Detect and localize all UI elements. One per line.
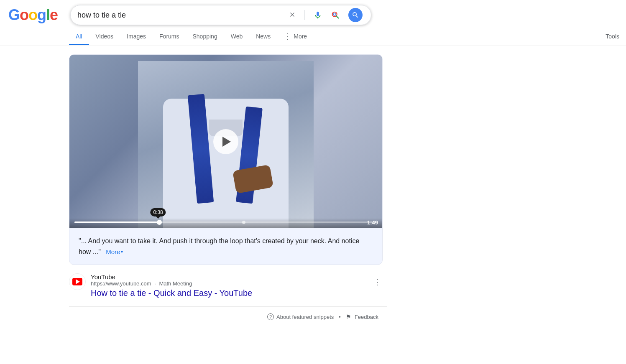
video-container[interactable]: 0:38 1:49: [69, 55, 382, 228]
timestamp-text: 0:38: [153, 209, 163, 215]
logo-letter-o1: o: [20, 6, 28, 24]
source-url-link[interactable]: https://www.youtube.com: [91, 280, 151, 287]
nav-item-more[interactable]: ⋮ More: [277, 28, 314, 46]
feedback-link[interactable]: Feedback: [355, 314, 378, 320]
youtube-logo: [69, 273, 86, 290]
source-name: YouTube: [91, 273, 367, 280]
search-btn-bg: [348, 8, 363, 22]
mic-icon: [313, 10, 322, 20]
timestamp-bubble: 0:38: [150, 208, 166, 216]
video-controls: 0:38 1:49: [69, 218, 382, 228]
progress-bar[interactable]: 0:38: [74, 221, 377, 223]
play-icon: [222, 137, 231, 147]
source-url: https://www.youtube.com · Math Meeting: [91, 280, 367, 287]
progress-chapter-marker: [242, 221, 245, 224]
search-icons: [287, 6, 364, 24]
more-label: More: [106, 247, 120, 257]
search-magnifier-icon: [352, 11, 359, 19]
search-bar-wrapper: [70, 5, 371, 25]
about-snippets-link[interactable]: About featured snippets: [276, 314, 334, 320]
youtube-icon: [72, 278, 82, 285]
play-button[interactable]: [213, 129, 238, 154]
nav-item-news[interactable]: News: [249, 29, 277, 45]
source-channel: Math Meeting: [159, 280, 192, 287]
logo-letter-l: l: [46, 6, 50, 24]
kebab-icon: ⋮: [373, 278, 381, 286]
url-separator: ·: [154, 280, 156, 287]
nav-item-shopping[interactable]: Shopping: [186, 29, 224, 45]
logo-letter-e: e: [50, 6, 58, 24]
progress-thumb: 0:38: [157, 220, 162, 225]
result-title-link[interactable]: How to tie a tie - Quick and Easy - YouT…: [91, 288, 367, 298]
voice-search-button[interactable]: [312, 9, 324, 21]
bottom-bar: ? About featured snippets • ⚑ Feedback: [69, 306, 387, 327]
transcript-box: "... And you want to take it. And push i…: [69, 228, 382, 265]
dot-separator: •: [339, 314, 341, 320]
kebab-menu-button[interactable]: ⋮: [372, 276, 383, 288]
divider: [304, 10, 305, 20]
more-dots-icon: ⋮: [284, 33, 291, 40]
timestamp-arrow: [156, 216, 160, 219]
feedback-icon: ⚑: [346, 313, 351, 320]
youtube-play-icon: [76, 279, 80, 284]
nav-item-all[interactable]: All: [69, 29, 89, 45]
logo-letter-g2: g: [37, 6, 46, 24]
lens-icon: [331, 10, 340, 20]
nav-more-label: More: [294, 33, 307, 40]
clear-button[interactable]: [287, 10, 298, 20]
source-info: YouTube https://www.youtube.com · Math M…: [91, 273, 367, 298]
nav-item-web[interactable]: Web: [224, 29, 250, 45]
featured-snippet-card: 0:38 1:49 "... And you want to take it. …: [69, 54, 383, 265]
logo-letter-g: G: [8, 6, 20, 24]
search-input[interactable]: [77, 11, 287, 20]
source-row: YouTube https://www.youtube.com · Math M…: [69, 273, 383, 298]
nav-bar: All Videos Images Forums Shopping Web Ne…: [0, 27, 626, 46]
lens-search-button[interactable]: [329, 9, 342, 21]
search-button[interactable]: [347, 6, 364, 24]
more-transcript-link[interactable]: More ▾: [106, 247, 123, 257]
search-bar: [70, 5, 371, 25]
nav-item-images[interactable]: Images: [120, 29, 153, 45]
nav-item-videos[interactable]: Videos: [89, 29, 120, 45]
nav-item-forums[interactable]: Forums: [153, 29, 186, 45]
main-content: 0:38 1:49 "... And you want to take it. …: [0, 46, 626, 327]
results-column: 0:38 1:49 "... And you want to take it. …: [69, 54, 387, 327]
logo-letter-o2: o: [28, 6, 37, 24]
svg-line-2: [336, 16, 338, 18]
google-logo[interactable]: Google: [8, 6, 58, 24]
header: Google: [0, 0, 626, 25]
more-caret-icon: ▾: [121, 249, 123, 255]
help-icon: ?: [267, 313, 274, 320]
svg-point-1: [333, 13, 336, 15]
nav-tools[interactable]: Tools: [599, 29, 626, 45]
duration-label: 1:49: [367, 219, 378, 226]
clear-icon: [289, 11, 296, 19]
progress-fill: [74, 221, 159, 223]
